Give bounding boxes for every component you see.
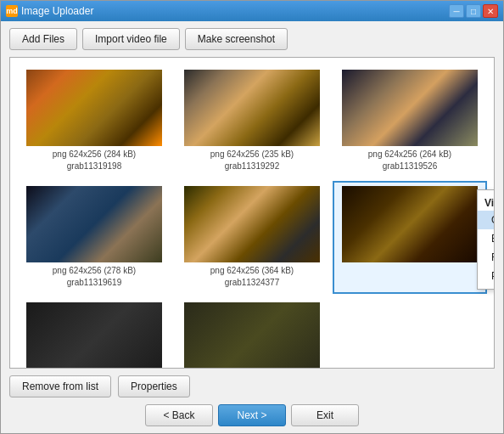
context-menu-remove[interactable]: Remove bbox=[478, 248, 495, 267]
image-thumb-7 bbox=[26, 302, 162, 369]
toolbar: Add Files Import video file Make screens… bbox=[1, 21, 503, 57]
image-thumb-5 bbox=[184, 186, 320, 262]
image-info-4: png 624x256 (278 kB) grab11319619 bbox=[53, 265, 136, 289]
exit-button[interactable]: Exit bbox=[291, 404, 359, 426]
close-button[interactable]: ✕ bbox=[483, 4, 498, 18]
image-thumb-2 bbox=[184, 70, 320, 146]
image-info-3: png 624x256 (264 kB) grab11319526 bbox=[368, 149, 451, 172]
remove-from-list-button[interactable]: Remove from list bbox=[9, 375, 111, 397]
make-screenshot-button[interactable]: Make screenshot bbox=[185, 28, 288, 50]
add-files-button[interactable]: Add Files bbox=[9, 28, 77, 50]
image-item-3[interactable]: png 624x256 (264 kB) grab11319526 bbox=[333, 65, 487, 178]
context-menu-properties[interactable]: Properties bbox=[478, 267, 495, 285]
window-title: Image Uploader bbox=[21, 5, 93, 17]
image-item-8[interactable] bbox=[175, 297, 329, 369]
image-grid-container[interactable]: png 624x256 (284 kB) grab11319198 png 62… bbox=[9, 57, 495, 369]
image-info-1: png 624x256 (284 kB) grab11319198 bbox=[53, 149, 136, 172]
next-button[interactable]: Next > bbox=[218, 404, 286, 426]
title-bar: md Image Uploader ─ □ ✕ bbox=[1, 1, 503, 21]
context-menu-edit[interactable]: Edit bbox=[478, 229, 495, 248]
image-thumb-8 bbox=[184, 302, 320, 369]
title-controls: ─ □ ✕ bbox=[449, 4, 498, 18]
image-info-5: png 624x256 (364 kB) grab11324377 bbox=[210, 265, 294, 289]
image-item-6[interactable]: View Open in folder Edit Remove Properti… bbox=[333, 181, 487, 294]
image-info-2: png 624x256 (235 kB) grab11319292 bbox=[210, 149, 294, 172]
image-item-2[interactable]: png 624x256 (235 kB) grab11319292 bbox=[175, 65, 329, 178]
image-thumb-4 bbox=[26, 186, 162, 262]
main-content: png 624x256 (284 kB) grab11319198 png 62… bbox=[1, 57, 503, 369]
context-menu-open-folder[interactable]: Open in folder bbox=[478, 211, 495, 229]
maximize-button[interactable]: □ bbox=[466, 4, 481, 18]
app-icon: md bbox=[6, 5, 18, 17]
title-bar-left: md Image Uploader bbox=[6, 5, 93, 17]
back-button[interactable]: < Back bbox=[145, 404, 213, 426]
bottom-buttons-row: Remove from list Properties bbox=[9, 375, 495, 397]
image-item-5[interactable]: png 624x256 (364 kB) grab11324377 bbox=[175, 181, 329, 294]
image-thumb-6 bbox=[342, 186, 478, 262]
image-item-7[interactable] bbox=[17, 297, 171, 369]
image-item-4[interactable]: png 624x256 (278 kB) grab11319619 bbox=[17, 181, 171, 294]
image-thumb-3 bbox=[342, 70, 478, 146]
properties-button[interactable]: Properties bbox=[118, 375, 190, 397]
import-video-button[interactable]: Import video file bbox=[82, 28, 180, 50]
image-thumb-1 bbox=[26, 70, 162, 146]
nav-row: < Back Next > Exit bbox=[9, 404, 495, 426]
image-grid: png 624x256 (284 kB) grab11319198 png 62… bbox=[10, 58, 494, 369]
main-window: md Image Uploader ─ □ ✕ Add Files Import… bbox=[0, 0, 504, 434]
image-item-1[interactable]: png 624x256 (284 kB) grab11319198 bbox=[17, 65, 171, 178]
context-menu: View Open in folder Edit Remove Properti… bbox=[477, 189, 495, 290]
context-menu-section-view: View bbox=[478, 194, 495, 211]
bottom-section: Remove from list Properties < Back Next … bbox=[1, 369, 503, 433]
minimize-button[interactable]: ─ bbox=[449, 4, 464, 18]
